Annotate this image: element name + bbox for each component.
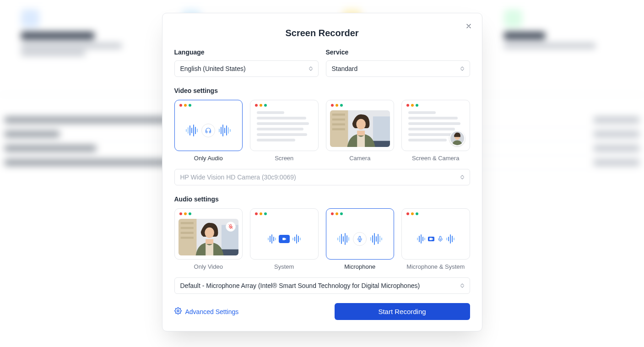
camera-device-select[interactable]: HP Wide Vision HD Camera (30c9:0069) bbox=[174, 169, 470, 185]
option-label: Camera bbox=[349, 155, 370, 162]
window-traffic-lights-icon bbox=[402, 209, 470, 219]
svg-rect-16 bbox=[180, 227, 193, 229]
video-icon bbox=[279, 235, 290, 243]
video-option-only-audio[interactable]: Only Audio bbox=[174, 100, 243, 162]
svg-rect-15 bbox=[180, 222, 193, 224]
close-button[interactable] bbox=[463, 21, 475, 33]
window-traffic-lights-icon bbox=[175, 100, 243, 110]
option-label: Screen & Camera bbox=[412, 155, 459, 162]
svg-rect-2 bbox=[332, 114, 345, 115]
modal-title: Screen Recorder bbox=[174, 28, 470, 38]
video-option-camera[interactable]: Camera bbox=[326, 100, 395, 162]
service-value: Standard bbox=[332, 65, 358, 72]
language-value: English (United States) bbox=[180, 65, 246, 72]
chevron-updown-icon bbox=[309, 66, 313, 71]
service-label: Service bbox=[326, 49, 470, 56]
advanced-settings-link[interactable]: Advanced Settings bbox=[174, 307, 239, 316]
window-traffic-lights-icon bbox=[175, 209, 243, 219]
window-traffic-lights-icon bbox=[326, 209, 394, 219]
gear-icon bbox=[174, 307, 182, 316]
window-traffic-lights-icon bbox=[402, 100, 470, 110]
window-traffic-lights-icon bbox=[326, 100, 394, 110]
chevron-updown-icon bbox=[460, 66, 464, 71]
headphones-icon bbox=[201, 124, 215, 137]
camera-pip-illustration bbox=[449, 130, 465, 146]
modal-overlay: Screen Recorder Language English (United… bbox=[0, 0, 644, 347]
chevron-updown-icon bbox=[460, 283, 464, 288]
screen-recorder-modal: Screen Recorder Language English (United… bbox=[162, 13, 482, 331]
video-option-screen-camera[interactable]: Screen & Camera bbox=[401, 100, 470, 162]
option-label: Microphone bbox=[344, 263, 375, 270]
microphone-device-value: Default - Microphone Array (Intel® Smart… bbox=[180, 282, 420, 289]
microphone-icon bbox=[353, 232, 367, 246]
option-label: Screen bbox=[275, 155, 293, 162]
audio-option-system[interactable]: System bbox=[250, 208, 319, 270]
microphone-device-select[interactable]: Default - Microphone Array (Intel® Smart… bbox=[174, 277, 470, 294]
svg-rect-18 bbox=[180, 237, 193, 239]
option-label: System bbox=[274, 263, 294, 270]
svg-point-9 bbox=[356, 119, 366, 130]
camera-preview-illustration bbox=[330, 110, 390, 147]
camera-device-value: HP Wide Vision HD Camera (30c9:0069) bbox=[180, 174, 296, 181]
window-traffic-lights-icon bbox=[250, 100, 318, 110]
svg-rect-17 bbox=[180, 232, 193, 233]
audio-settings-label: Audio settings bbox=[174, 195, 470, 203]
svg-rect-6 bbox=[373, 116, 390, 141]
advanced-settings-label: Advanced Settings bbox=[185, 308, 239, 315]
audio-option-microphone[interactable]: Microphone bbox=[326, 208, 395, 270]
audio-option-only-video[interactable]: Only Video bbox=[174, 208, 243, 270]
service-select[interactable]: Standard bbox=[326, 60, 470, 77]
close-icon bbox=[465, 22, 472, 31]
start-recording-button[interactable]: Start Recording bbox=[335, 303, 470, 320]
audio-option-microphone-system[interactable]: Microphone & System bbox=[401, 208, 470, 270]
language-label: Language bbox=[174, 49, 319, 56]
video-option-screen[interactable]: Screen bbox=[250, 100, 319, 162]
svg-point-22 bbox=[205, 228, 214, 238]
svg-rect-5 bbox=[332, 128, 345, 130]
option-label: Only Audio bbox=[194, 155, 223, 162]
svg-rect-10 bbox=[357, 130, 365, 136]
svg-point-25 bbox=[177, 310, 179, 312]
svg-rect-3 bbox=[332, 119, 345, 120]
option-label: Only Video bbox=[194, 263, 223, 270]
svg-rect-4 bbox=[332, 123, 345, 125]
language-select[interactable]: English (United States) bbox=[174, 60, 319, 77]
camera-preview-illustration bbox=[179, 219, 239, 255]
window-traffic-lights-icon bbox=[250, 209, 318, 219]
microphone-icon bbox=[437, 236, 444, 242]
option-label: Microphone & System bbox=[406, 263, 465, 270]
mic-muted-icon bbox=[226, 222, 236, 232]
video-icon bbox=[428, 237, 434, 241]
chevron-updown-icon bbox=[460, 175, 464, 179]
svg-rect-23 bbox=[206, 239, 213, 244]
video-settings-label: Video settings bbox=[174, 87, 470, 94]
